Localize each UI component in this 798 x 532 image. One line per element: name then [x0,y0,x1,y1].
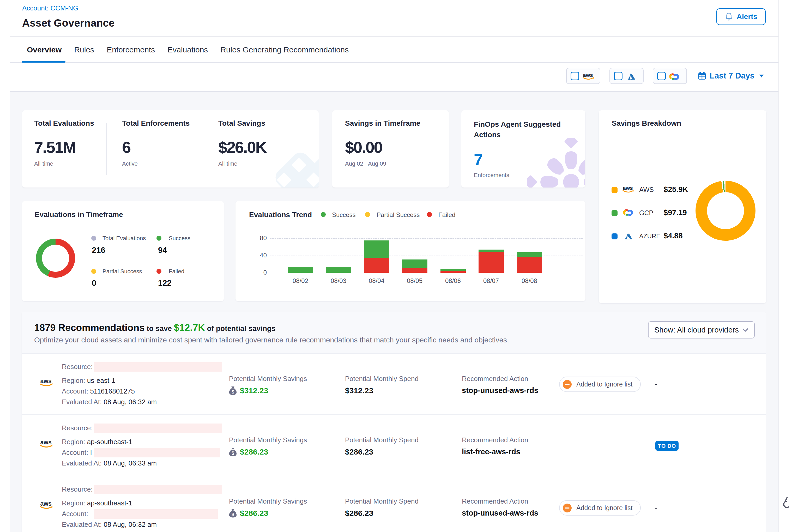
svg-text:$: $ [232,512,234,517]
svg-text:$: $ [232,390,234,395]
svg-text:aws: aws [40,500,52,507]
svg-text:$: $ [232,451,234,456]
svg-text:aws: aws [583,72,593,78]
svg-text:aws: aws [623,185,633,191]
svg-text:aws: aws [40,378,52,384]
svg-text:aws: aws [40,439,52,446]
